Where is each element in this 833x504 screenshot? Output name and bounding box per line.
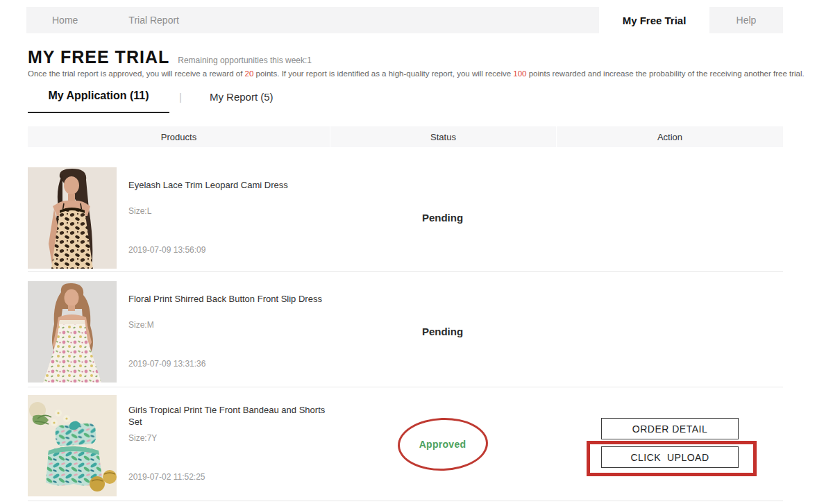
points-value-100: 100	[513, 69, 526, 78]
reward-description: Once the trial report is approved, you w…	[28, 69, 784, 78]
status-cell: Pending	[330, 272, 555, 387]
desc-text-3: points rewarded and increase the probabi…	[529, 69, 805, 78]
column-header-products: Products	[28, 126, 330, 147]
table-row: Girls Tropical Print Tie Front Bandeau a…	[28, 387, 783, 501]
product-size: Size:7Y	[128, 433, 337, 443]
nav-item-home[interactable]: Home	[26, 7, 78, 33]
action-cell	[555, 147, 783, 271]
status-cell: Approved	[330, 387, 555, 501]
desc-text-1: Once the trial report is approved, you w…	[28, 69, 242, 78]
product-info: Floral Print Shirred Back Button Front S…	[128, 293, 337, 369]
product-image-leopard-dress[interactable]	[28, 167, 117, 269]
nav-item-my-free-trial[interactable]: My Free Trial	[599, 7, 709, 33]
click-upload-button[interactable]: CLICK UPLOAD	[601, 446, 739, 468]
product-size: Size:M	[128, 320, 337, 330]
action-cell	[555, 272, 783, 387]
status-badge-pending: Pending	[422, 212, 463, 224]
top-nav: Home Trial Report My Free Trial Help	[26, 7, 783, 33]
nav-spacer	[179, 7, 599, 33]
products-cell: Girls Tropical Print Tie Front Bandeau a…	[28, 387, 330, 501]
tab-separator: |	[179, 91, 182, 103]
products-cell: Eyelash Lace Trim Leopard Cami Dress Siz…	[28, 147, 330, 271]
application-date: 2019-07-02 11:52:25	[128, 472, 337, 482]
products-cell: Floral Print Shirred Back Button Front S…	[28, 272, 330, 387]
product-title[interactable]: Floral Print Shirred Back Button Front S…	[128, 293, 337, 305]
column-header-action: Action	[557, 126, 783, 147]
product-info: Eyelash Lace Trim Leopard Cami Dress Siz…	[128, 179, 337, 255]
product-image-floral-dress[interactable]	[28, 281, 117, 383]
nav-item-help[interactable]: Help	[709, 7, 783, 33]
page-title: MY FREE TRIAL	[28, 47, 169, 67]
status-badge-approved: Approved	[419, 439, 466, 450]
desc-text-2: points. If your report is identified as …	[256, 69, 512, 78]
column-header-status: Status	[330, 126, 556, 147]
page-header: MY FREE TRIAL Remaining opportunities th…	[28, 47, 312, 67]
product-image-tropical-set[interactable]	[28, 395, 117, 496]
order-detail-button[interactable]: ORDER DETAIL	[601, 418, 739, 439]
product-title[interactable]: Eyelash Lace Trim Leopard Cami Dress	[128, 179, 337, 191]
tab-my-report[interactable]: My Report (5)	[210, 91, 274, 103]
product-size: Size:L	[128, 206, 337, 216]
tab-my-application[interactable]: My Application (11)	[28, 90, 169, 113]
table-header: Products Status Action	[28, 126, 783, 147]
application-date: 2019-07-09 13:31:36	[128, 359, 337, 369]
trial-tabs: My Application (11) | My Report (5)	[28, 90, 274, 113]
remaining-opportunities-label: Remaining opportunities this week:1	[178, 56, 312, 65]
table-row: Floral Print Shirred Back Button Front S…	[28, 272, 783, 387]
status-badge-pending: Pending	[422, 326, 463, 337]
product-title[interactable]: Girls Tropical Print Tie Front Bandeau a…	[128, 404, 326, 428]
points-value-20: 20	[245, 69, 254, 78]
nav-item-trial-report[interactable]: Trial Report	[78, 7, 179, 33]
product-info: Girls Tropical Print Tie Front Bandeau a…	[128, 404, 337, 482]
application-date: 2019-07-09 13:56:09	[128, 245, 337, 255]
status-cell: Pending	[330, 147, 555, 271]
action-cell: ORDER DETAIL CLICK UPLOAD	[555, 387, 783, 501]
table-row: Eyelash Lace Trim Leopard Cami Dress Siz…	[28, 147, 783, 272]
